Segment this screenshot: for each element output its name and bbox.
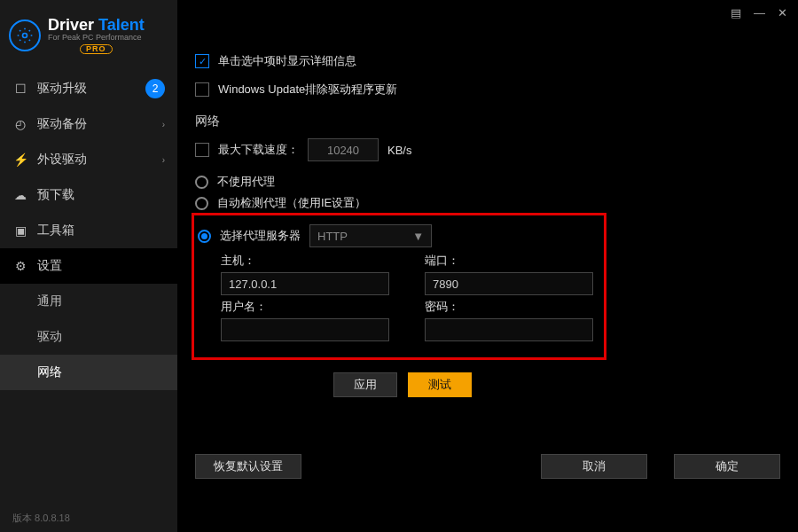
nav-label: 设置 [37, 258, 62, 274]
nav-label: 预下载 [37, 187, 74, 203]
radio-label: 选择代理服务器 [220, 228, 301, 244]
titlebar: ▤ — ✕ [731, 0, 798, 25]
host-label: 主机： [221, 253, 389, 269]
minimize-icon[interactable]: — [754, 6, 765, 20]
port-label: 端口： [425, 253, 593, 269]
nav-settings[interactable]: ⚙ 设置 [0, 248, 177, 284]
user-label: 用户名： [221, 299, 389, 315]
logo-gear-icon [9, 20, 41, 51]
plug-icon: ⚡ [12, 153, 28, 167]
radio-label: 自动检测代理（使用IE设置） [217, 195, 366, 211]
nav-label: 外设驱动 [37, 152, 87, 168]
clock-icon: ◴ [12, 117, 28, 131]
proxy-highlight-box: 选择代理服务器 HTTP ▼ 主机： 端口： 用户名： 密码： [192, 213, 606, 360]
logo: Driver Talent For Peak PC Performance PR… [0, 0, 177, 62]
sidebar: Driver Talent For Peak PC Performance PR… [0, 0, 177, 532]
svg-point-0 [23, 34, 27, 38]
gear-icon: ⚙ [12, 259, 28, 273]
chevron-right-icon: › [162, 120, 165, 129]
checkbox-max-download[interactable] [195, 143, 209, 157]
radio-proxy-auto[interactable] [195, 197, 208, 210]
checkbox-win-update[interactable] [195, 82, 209, 97]
nav-driver-update[interactable]: ☐ 驱动升级 2 [0, 71, 177, 106]
close-icon[interactable]: ✕ [778, 6, 787, 20]
nav-predownload[interactable]: ☁ 预下载 [0, 177, 177, 213]
sub-general[interactable]: 通用 [0, 284, 177, 319]
pro-badge: PRO [80, 44, 113, 54]
radio-label: 不使用代理 [217, 174, 275, 190]
nav-driver-backup[interactable]: ◴ 驱动备份 › [0, 106, 177, 142]
bottom-bar: 恢复默认设置 取消 确定 [195, 454, 780, 479]
checkbox-show-detail[interactable]: ✓ [195, 54, 209, 68]
nav-label: 驱动升级 [37, 81, 87, 97]
sub-driver[interactable]: 驱动 [0, 319, 177, 355]
version-label: 版本 8.0.8.18 [0, 505, 177, 532]
radio-proxy-none[interactable] [195, 176, 208, 189]
unit-label: KB/s [387, 144, 411, 157]
radio-proxy-manual[interactable] [198, 230, 211, 243]
chevron-right-icon: › [162, 155, 165, 165]
cloud-icon: ☁ [12, 188, 28, 202]
ok-button[interactable]: 确定 [674, 454, 780, 479]
nav-label: 工具箱 [37, 223, 74, 239]
port-input[interactable] [425, 272, 593, 295]
apply-button[interactable]: 应用 [333, 372, 397, 397]
max-download-input[interactable] [308, 138, 379, 161]
user-input[interactable] [221, 318, 389, 341]
section-title-network: 网络 [195, 113, 780, 129]
logo-subtitle: For Peak PC Performance [48, 34, 145, 42]
proxy-protocol-select[interactable]: HTTP ▼ [309, 224, 432, 247]
test-button[interactable]: 测试 [408, 372, 472, 397]
badge: 2 [145, 79, 165, 98]
chevron-down-icon: ▼ [412, 230, 424, 243]
max-download-label: 最大下载速度： [218, 142, 299, 158]
menu-icon[interactable]: ▤ [731, 6, 741, 20]
checkbox-label: 单击选中项时显示详细信息 [218, 53, 356, 69]
monitor-icon: ☐ [12, 82, 28, 96]
pass-label: 密码： [425, 299, 593, 315]
logo-title: Driver Talent [48, 17, 145, 34]
nav-peripheral[interactable]: ⚡ 外设驱动 › [0, 142, 177, 177]
checkbox-label: Windows Update排除驱动程序更新 [218, 82, 397, 98]
cancel-button[interactable]: 取消 [541, 454, 647, 479]
nav-toolbox[interactable]: ▣ 工具箱 [0, 213, 177, 248]
host-input[interactable] [221, 272, 389, 295]
toolbox-icon: ▣ [12, 223, 28, 238]
restore-defaults-button[interactable]: 恢复默认设置 [195, 454, 301, 479]
sub-network[interactable]: 网络 [0, 355, 177, 390]
pass-input[interactable] [425, 318, 593, 341]
nav: ☐ 驱动升级 2 ◴ 驱动备份 › ⚡ 外设驱动 › ☁ 预下载 ▣ 工具箱 ⚙… [0, 71, 177, 505]
nav-label: 驱动备份 [37, 116, 87, 132]
